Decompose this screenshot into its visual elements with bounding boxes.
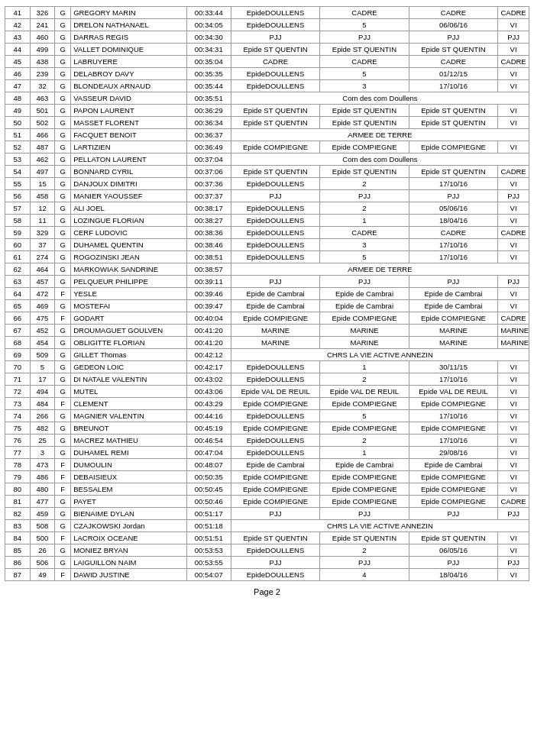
row-cat: VI: [498, 141, 529, 153]
row-num: 50: [5, 117, 31, 129]
row-num: 47: [5, 80, 31, 92]
table-row: 58 11 G LOZINGUE FLORIAN 00:38:27 EpideD…: [5, 215, 529, 227]
row-time: 00:37:06: [186, 166, 231, 178]
row-cat: MARINE: [498, 325, 529, 337]
table-row: 45 438 G LABRUYERE 00:35:04 CADRE CADRE …: [5, 56, 529, 68]
table-row: 85 26 G MONIEZ BRYAN 00:53:53 EpideDOULL…: [5, 544, 529, 557]
row-name: BREUNOT: [71, 422, 186, 435]
row-cadre: Epide COMPIEGNE: [409, 312, 497, 325]
row-cat: CADRE: [498, 227, 529, 239]
row-sex: F: [55, 532, 71, 544]
row-club: Epide de Cambrai: [231, 288, 319, 300]
row-cadre: 17/10/16: [409, 80, 497, 92]
row-sex: G: [55, 496, 71, 508]
row-club: EpideDOULLENS: [231, 569, 319, 581]
row-cadre: 17/10/16: [409, 251, 497, 263]
row-bib: 464: [30, 263, 55, 276]
row-cadre: Epide ST QUENTIN: [409, 44, 497, 56]
row-time: 00:53:53: [186, 544, 231, 557]
row-bib: 506: [30, 557, 55, 569]
row-name: BESSALEM: [71, 483, 186, 496]
row-num: 59: [5, 227, 31, 239]
table-row: 55 15 G DANJOUX DIMITRI 00:37:36 EpideDO…: [5, 178, 529, 190]
row-bib: 460: [30, 31, 55, 44]
row-sex: G: [55, 557, 71, 569]
row-num: 68: [5, 337, 31, 349]
row-time: 00:43:29: [186, 398, 231, 410]
row-sex: G: [55, 386, 71, 398]
row-cat: PJJ: [498, 276, 529, 288]
row-num: 65: [5, 300, 31, 312]
row-name: MASSET FLORENT: [71, 117, 186, 129]
row-num: 74: [5, 410, 31, 422]
row-cat: VI: [498, 202, 529, 215]
table-row: 78 473 F DUMOULIN 00:48:07 Epide de Camb…: [5, 459, 529, 471]
row-num: 63: [5, 276, 31, 288]
row-club: Epide ST QUENTIN: [231, 44, 319, 56]
row-span-info: ARMEE DE TERRE: [231, 263, 529, 276]
row-club: Epide VAL DE REUIL: [231, 386, 319, 398]
row-time: 00:50:35: [186, 471, 231, 483]
row-name: LAIGUILLON NAIM: [71, 557, 186, 569]
row-time: 00:40:04: [186, 312, 231, 325]
row-cadre: 17/10/16: [409, 435, 497, 447]
row-chore: 3: [320, 80, 409, 92]
row-sex: F: [55, 471, 71, 483]
row-bib: 5: [30, 361, 55, 373]
table-row: 81 477 G PAYET 00:50:46 Epide COMPIEGNE …: [5, 496, 529, 508]
row-num: 52: [5, 141, 31, 153]
row-name: LOZINGUE FLORIAN: [71, 215, 186, 227]
row-name: FACQUET BENOIT: [71, 129, 186, 141]
table-row: 57 12 G ALI JOEL 00:38:17 EpideDOULLENS …: [5, 202, 529, 215]
row-time: 00:36:29: [186, 105, 231, 117]
row-time: 00:37:37: [186, 190, 231, 202]
row-cadre: Epide de Cambrai: [409, 300, 497, 312]
row-chore: CADRE: [320, 7, 409, 19]
row-cat: VI: [498, 251, 529, 263]
row-time: 00:38:36: [186, 227, 231, 239]
row-num: 72: [5, 386, 31, 398]
row-cadre: 05/06/16: [409, 202, 497, 215]
row-cadre: 30/11/15: [409, 361, 497, 373]
row-cadre: 29/08/16: [409, 447, 497, 459]
row-num: 61: [5, 251, 31, 263]
row-cadre: 06/05/16: [409, 544, 497, 557]
row-time: 00:36:34: [186, 117, 231, 129]
table-row: 84 500 F LACROIX OCEANE 00:51:51 Epide S…: [5, 532, 529, 544]
row-name: PAYET: [71, 496, 186, 508]
row-cat: VI: [498, 80, 529, 92]
row-club: EpideDOULLENS: [231, 435, 319, 447]
row-time: 00:51:51: [186, 532, 231, 544]
row-sex: G: [55, 325, 71, 337]
row-cat: VI: [498, 569, 529, 581]
table-row: 69 509 G GILLET Thomas 00:42:12 CHRS LA …: [5, 349, 529, 361]
row-bib: 452: [30, 325, 55, 337]
row-bib: 11: [30, 215, 55, 227]
table-row: 53 462 G PELLATON LAURENT 00:37:04 Com d…: [5, 153, 529, 166]
table-row: 43 460 G DARRAS REGIS 00:34:30 PJJ PJJ P…: [5, 31, 529, 44]
table-row: 63 457 G PELQUEUR PHILIPPE 00:39:11 PJJ …: [5, 276, 529, 288]
row-span-info: CHRS LA VIE ACTIVE ANNEZIN: [231, 520, 529, 532]
row-name: VALLET DOMINIQUE: [71, 44, 186, 56]
row-club: EpideDOULLENS: [231, 178, 319, 190]
row-club: EpideDOULLENS: [231, 373, 319, 386]
row-club: EpideDOULLENS: [231, 68, 319, 80]
row-bib: 482: [30, 422, 55, 435]
row-num: 82: [5, 508, 31, 520]
row-time: 00:38:57: [186, 263, 231, 276]
row-bib: 469: [30, 300, 55, 312]
row-club: EpideDOULLENS: [231, 19, 319, 31]
row-bib: 274: [30, 251, 55, 263]
table-row: 72 494 G MUTEL 00:43:06 Epide VAL DE REU…: [5, 386, 529, 398]
row-sex: G: [55, 215, 71, 227]
row-chore: Epide COMPIEGNE: [320, 141, 409, 153]
row-cadre: MARINE: [409, 337, 497, 349]
row-num: 70: [5, 361, 31, 373]
row-num: 85: [5, 544, 31, 557]
row-time: 00:37:36: [186, 178, 231, 190]
row-sex: G: [55, 153, 71, 166]
row-cadre: Epide ST QUENTIN: [409, 166, 497, 178]
row-cat: VI: [498, 19, 529, 31]
row-num: 44: [5, 44, 31, 56]
table-row: 46 239 G DELABROY DAVY 00:35:35 EpideDOU…: [5, 68, 529, 80]
